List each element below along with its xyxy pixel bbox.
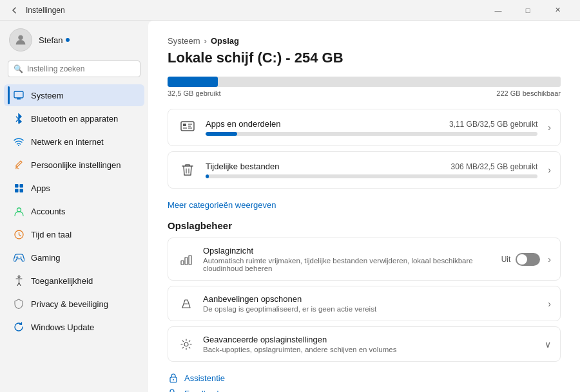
storage-item-apps-title: Apps en onderdelen — [206, 119, 280, 129]
geavanceerd-content: Geavanceerde opslaginstellingen Back-upo… — [203, 335, 537, 353]
apps-bar-bg — [206, 132, 537, 136]
sidebar-label-gaming: Gaming — [31, 253, 61, 263]
close-button[interactable]: ✕ — [543, 0, 572, 21]
window-title: Instellingen — [26, 6, 65, 15]
opslaginzicht-right: Uit › — [501, 253, 551, 266]
geavanceerd-right: ∨ — [545, 339, 551, 350]
sidebar-label-bluetooth: Bluetooth en apparaten — [31, 114, 118, 124]
toggle-knob — [517, 254, 527, 265]
clock-icon — [13, 229, 24, 240]
opslaginzicht-desc: Automatisch ruimte vrijmaken, tijdelijke… — [203, 257, 494, 272]
breadcrumb-parent[interactable]: Systeem — [168, 36, 200, 46]
sidebar: Stefan 🔍 Systeem — [0, 21, 148, 392]
sidebar-item-update[interactable]: Windows Update — [4, 316, 144, 338]
storage-item-apps-header: Apps en onderdelen 3,11 GB/32,5 GB gebru… — [206, 119, 537, 129]
storage-used-label: 32,5 GB gebruikt — [168, 89, 221, 97]
sidebar-label-apps: Apps — [31, 183, 50, 193]
storage-item-temp-size: 306 MB/32,5 GB gebruikt — [451, 162, 538, 171]
storage-bar: 32,5 GB gebruikt 222 GB beschikbaar — [168, 77, 561, 97]
update-icon — [13, 321, 24, 333]
svg-point-25 — [184, 342, 188, 346]
mgmt-item-opslaginzicht[interactable]: Opslaginzicht Automatisch ruimte vrijmak… — [168, 238, 561, 281]
maximize-button[interactable]: □ — [513, 0, 543, 21]
svg-rect-15 — [183, 124, 186, 126]
svg-rect-1 — [14, 91, 23, 98]
geavanceerd-chevron-icon: ∨ — [545, 339, 551, 350]
geavanceerd-title: Geavanceerde opslaginstellingen — [203, 335, 537, 344]
svg-point-12 — [20, 256, 21, 257]
opslaginzicht-content: Opslaginzicht Automatisch ruimte vrijmak… — [203, 246, 494, 272]
sidebar-item-accounts[interactable]: Accounts — [4, 200, 144, 222]
minimize-button[interactable]: — — [483, 0, 513, 21]
storage-item-apps[interactable]: Apps en onderdelen 3,11 GB/32,5 GB gebru… — [168, 109, 561, 146]
aanbevelingen-content: Aanbevelingen opschonen De opslag is geo… — [203, 294, 537, 313]
temp-bar-fill — [206, 174, 209, 178]
toggle-label-uit: Uit — [501, 255, 511, 264]
svg-rect-23 — [185, 257, 188, 265]
main-content: Stefan 🔍 Systeem — [0, 21, 580, 392]
opslaginzicht-chevron-icon: › — [548, 254, 551, 265]
back-button[interactable] — [8, 4, 21, 17]
feedback-link[interactable]: Feedback geven — [168, 387, 561, 392]
more-categories-link[interactable]: Meer categorieën weergeven — [168, 200, 276, 210]
gear-icon — [177, 335, 195, 353]
sidebar-item-persoonlijk[interactable]: Persoonlijke instellingen — [4, 154, 144, 176]
search-icon: 🔍 — [14, 64, 23, 73]
avatar — [9, 28, 32, 51]
trash-icon — [177, 160, 198, 180]
svg-point-13 — [18, 276, 20, 278]
temp-chevron-icon: › — [548, 165, 551, 175]
sidebar-item-netwerk[interactable]: Netwerk en internet — [4, 131, 144, 153]
sidebar-label-persoonlijk: Persoonlijke instellingen — [31, 160, 121, 170]
sidebar-item-tijd[interactable]: Tijd en taal — [4, 223, 144, 245]
monitor-icon — [13, 89, 24, 101]
svg-rect-22 — [181, 261, 184, 265]
storage-item-temp[interactable]: Tijdelijke bestanden 306 MB/32,5 GB gebr… — [168, 151, 561, 189]
breadcrumb-current: Opslag — [211, 36, 239, 46]
svg-rect-5 — [19, 184, 23, 188]
storage-item-temp-header: Tijdelijke bestanden 306 MB/32,5 GB gebr… — [206, 162, 537, 171]
svg-point-27 — [173, 379, 174, 380]
storage-bar-labels: 32,5 GB gebruikt 222 GB beschikbaar — [168, 89, 561, 97]
person-icon — [13, 205, 24, 217]
mgmt-item-geavanceerd[interactable]: Geavanceerde opslaginstellingen Back-upo… — [168, 326, 561, 362]
svg-rect-14 — [181, 122, 194, 131]
temp-bar-bg — [206, 174, 537, 178]
content-area: Systeem › Opslag Lokale schijf (C:) - 25… — [148, 21, 580, 392]
brush-icon — [13, 159, 24, 171]
sidebar-label-netwerk: Netwerk en internet — [31, 137, 104, 147]
clean-icon — [177, 295, 195, 313]
sidebar-label-toegankelijkheid: Toegankelijkheid — [31, 276, 93, 286]
opslaginzicht-toggle[interactable] — [516, 253, 540, 266]
sidebar-item-bluetooth[interactable]: Bluetooth en apparaten — [4, 107, 144, 129]
sidebar-item-apps[interactable]: Apps — [4, 177, 144, 199]
assistentie-label: Assistentie — [184, 373, 225, 383]
storage-free-label: 222 GB beschikbaar — [496, 89, 561, 97]
assistentie-link[interactable]: Assistentie — [168, 372, 561, 384]
breadcrumb: Systeem › Opslag — [168, 36, 561, 46]
bluetooth-icon — [13, 113, 24, 124]
mgmt-item-aanbevelingen[interactable]: Aanbevelingen opschonen De opslag is geo… — [168, 286, 561, 321]
sidebar-item-systeem[interactable]: Systeem — [4, 84, 144, 106]
page-title: Lokale schijf (C:) - 254 GB — [168, 50, 561, 66]
feedback-label: Feedback geven — [184, 389, 246, 393]
user-profile[interactable]: Stefan — [0, 21, 148, 58]
sidebar-label-accounts: Accounts — [31, 207, 65, 216]
aanbevelingen-title: Aanbevelingen opschonen — [203, 294, 537, 304]
search-input[interactable] — [27, 64, 135, 73]
sidebar-item-gaming[interactable]: Gaming — [4, 247, 144, 268]
apps-bar-fill — [206, 132, 237, 136]
storage-bar-fill — [168, 77, 218, 87]
bar-chart-icon — [177, 250, 195, 268]
apps-icon — [177, 117, 198, 138]
window-controls: — □ ✕ — [483, 0, 572, 21]
search-box[interactable]: 🔍 — [8, 61, 140, 77]
storage-item-apps-size: 3,11 GB/32,5 GB gebruikt — [449, 120, 537, 129]
titlebar: Instellingen — □ ✕ — [0, 0, 580, 21]
aanbevelingen-chevron-icon: › — [548, 299, 551, 309]
sidebar-item-toegankelijkheid[interactable]: Toegankelijkheid — [4, 270, 144, 292]
sidebar-label-update: Windows Update — [31, 322, 94, 332]
storage-bar-bg — [168, 77, 561, 87]
sidebar-label-privacy: Privacy & beveiliging — [31, 299, 108, 309]
sidebar-item-privacy[interactable]: Privacy & beveiliging — [4, 293, 144, 315]
